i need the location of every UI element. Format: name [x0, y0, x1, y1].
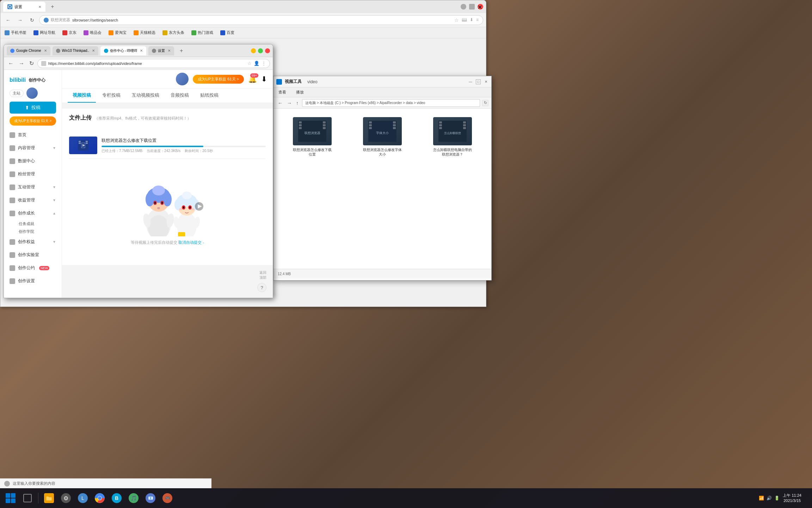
- svg-point-12: [146, 192, 154, 206]
- sl-download-icon[interactable]: ⬇: [470, 17, 473, 23]
- waiting-text-span: 等待视频上传完后自动提交: [131, 240, 177, 244]
- lenovo-browser-btn[interactable]: L: [75, 490, 91, 506]
- svg-point-0: [8, 5, 11, 8]
- tab-column-upload[interactable]: 专栏投稿: [97, 89, 125, 103]
- fe-back-btn[interactable]: ←: [276, 99, 284, 107]
- bookmark-jd[interactable]: 京东: [61, 29, 78, 36]
- bili-main-vip-btn[interactable]: 成为UP主享权益 61天 >: [193, 75, 244, 84]
- sl-bookmark-icon[interactable]: ☆: [454, 17, 459, 23]
- fe-play-tab[interactable]: 播放: [291, 88, 309, 96]
- reload-btn[interactable]: ↻: [28, 60, 35, 67]
- fe-refresh-btn[interactable]: ↻: [482, 100, 488, 106]
- browser-menu-icon[interactable]: ⋮: [262, 61, 266, 66]
- goto-top-area[interactable]: 返回 顶部: [259, 270, 266, 280]
- back-btn[interactable]: ←: [7, 60, 15, 67]
- sidebar-sub-learn[interactable]: 创作学院: [4, 228, 62, 235]
- fe-address-bar[interactable]: 这电脑 > 本地磁盘 (C:) > Program Files (x86) > …: [302, 99, 480, 107]
- fe-file-item-2[interactable]: 字体大小 联想浏览器怎么修改字体大小: [349, 114, 415, 159]
- start-btn[interactable]: [3, 490, 18, 506]
- sidebar-item-grow[interactable]: 创作成长 ▲: [4, 207, 62, 220]
- tab-win10-close[interactable]: ✕: [92, 49, 95, 53]
- sl-settings-tab[interactable]: 设置 ✕: [3, 2, 45, 12]
- bookmark-tianmao[interactable]: 天猫精选: [132, 29, 157, 36]
- bookmark-star-icon[interactable]: ☆: [247, 61, 252, 66]
- bili-help-btn[interactable]: ?: [257, 283, 266, 292]
- tab-bilibili-creator[interactable]: 创作中心 - 哔哩哔哩 ✕: [100, 46, 146, 55]
- settings-label: 创作设置: [18, 278, 35, 284]
- bili-creator-label: 创作中心: [29, 77, 45, 83]
- sidebar-item-data[interactable]: 数据中心: [4, 155, 62, 168]
- sl-forward-btn[interactable]: →: [15, 15, 25, 25]
- sidebar-item-income[interactable]: 收益管理 ▼: [4, 194, 62, 207]
- bili-home-btn[interactable]: 主站: [10, 90, 24, 97]
- bookmark-icon-3: [62, 30, 67, 35]
- sidebar-item-interact[interactable]: 互动管理 ▼: [4, 181, 62, 194]
- chrome-taskbar-btn[interactable]: [92, 490, 107, 506]
- tab-google-chrome[interactable]: Google Chrome ✕: [7, 46, 50, 55]
- sl-refresh-btn[interactable]: ↻: [27, 15, 37, 25]
- sl-menu-icon[interactable]: ≡: [476, 17, 479, 23]
- sidebar-item-settings[interactable]: 创作设置: [4, 274, 62, 288]
- tab-sticker-upload[interactable]: 贴纸投稿: [195, 89, 223, 103]
- tab-interactive-video[interactable]: 互动视频投稿: [127, 89, 164, 103]
- app-btn-4[interactable]: 🎮: [160, 490, 175, 506]
- tab-chrome-close[interactable]: ✕: [44, 49, 47, 53]
- user-icon[interactable]: 👤: [254, 61, 259, 66]
- minimize-btn[interactable]: [251, 48, 256, 53]
- fe-view-tab[interactable]: 查看: [273, 88, 291, 96]
- taskbar-clock[interactable]: 上午 11:24 2021/3/15: [783, 493, 801, 504]
- app-btn-3[interactable]: 📧: [143, 490, 158, 506]
- forward-btn[interactable]: →: [17, 60, 26, 67]
- fe-file-item-1[interactable]: 联想浏览器 联想浏览器怎么修改下载位置: [279, 114, 345, 159]
- bookmark-shoujishuqian[interactable]: 手机书签: [3, 29, 28, 36]
- fe-maximize-btn[interactable]: □: [476, 79, 481, 84]
- sidebar-sub-task[interactable]: 任务成就: [4, 220, 62, 228]
- tab-audio-upload[interactable]: 音频投稿: [166, 89, 194, 103]
- tab-video-upload[interactable]: 视频投稿: [68, 89, 96, 103]
- fe-forward-btn[interactable]: →: [285, 99, 293, 107]
- sl-maximize-btn[interactable]: [469, 4, 475, 10]
- tab-settings[interactable]: 设置 ✕: [148, 46, 174, 55]
- sidebar-item-fans[interactable]: 粉丝管理: [4, 168, 62, 181]
- sl-close-btn[interactable]: ✕: [478, 4, 483, 10]
- sl-back-btn[interactable]: ←: [3, 15, 13, 25]
- sl-minimize-btn[interactable]: [461, 4, 466, 10]
- sidebar-item-lab[interactable]: 创作实验室: [4, 248, 62, 261]
- sl-tab-close-btn[interactable]: ✕: [38, 5, 41, 9]
- sidebar-item-rights[interactable]: 创作权益 ▼: [4, 235, 62, 248]
- sidebar-item-content[interactable]: 内容管理 ▼: [4, 141, 62, 155]
- bookmark-aitaobao[interactable]: 爱淘宝: [107, 29, 128, 36]
- sl-new-tab-btn[interactable]: +: [48, 2, 57, 11]
- sl-reader-icon[interactable]: 📖: [462, 17, 467, 23]
- show-desktop-btn[interactable]: [804, 491, 806, 505]
- tab-win10-thinkpad[interactable]: Win10 Thinkpad... ✕: [53, 46, 98, 55]
- taskview-btn[interactable]: [20, 490, 35, 506]
- bili-download-icon[interactable]: ⬇: [261, 75, 267, 83]
- bookmark-dongfang[interactable]: 东方头条: [161, 29, 186, 36]
- bookmark-baidu[interactable]: 百度: [219, 29, 236, 36]
- tab-bilibili-close[interactable]: ✕: [140, 49, 143, 53]
- sidebar-item-home[interactable]: 首页: [4, 128, 62, 141]
- fe-close-btn[interactable]: ✕: [484, 79, 488, 84]
- bookmark-remen[interactable]: 热门游戏: [190, 29, 215, 36]
- close-btn[interactable]: [265, 48, 270, 53]
- cancel-auto-link[interactable]: 取消自动提交 -: [178, 240, 204, 244]
- bookmark-wangzhi[interactable]: 网址导航: [32, 29, 57, 36]
- sidebar-item-rule[interactable]: 创作公约 NEW: [4, 261, 62, 274]
- sl-address-bar[interactable]: 联想浏览器 slbrowser://settings/search ☆ 📖 ⬇ …: [39, 15, 483, 25]
- file-explorer-btn[interactable]: [41, 490, 57, 506]
- fe-up-btn[interactable]: ↑: [295, 99, 300, 107]
- app-btn-1[interactable]: B: [109, 490, 124, 506]
- maximize-btn[interactable]: [258, 48, 263, 53]
- browser-address-bar[interactable]: https://member.bilibili.com/platform/upl…: [37, 59, 270, 68]
- bookmark-weipinhui[interactable]: 唯品会: [82, 29, 103, 36]
- new-tab-btn[interactable]: +: [178, 47, 185, 55]
- fe-minimize-btn[interactable]: —: [468, 79, 473, 84]
- settings-taskbar-btn[interactable]: ⚙: [58, 490, 74, 506]
- bili-vip-btn[interactable]: 成为UP主享权益 61天 >: [10, 116, 56, 126]
- bili-upload-btn[interactable]: ⬆ 投稿: [10, 102, 56, 114]
- fe-file-item-3[interactable]: 怎么卸载联想 怎么卸载联想电脑自带的联想浏览器？: [420, 114, 486, 159]
- svg-rect-36: [178, 232, 185, 236]
- app-btn-2[interactable]: 🎵: [126, 490, 141, 506]
- tab-settings-close[interactable]: ✕: [168, 49, 171, 53]
